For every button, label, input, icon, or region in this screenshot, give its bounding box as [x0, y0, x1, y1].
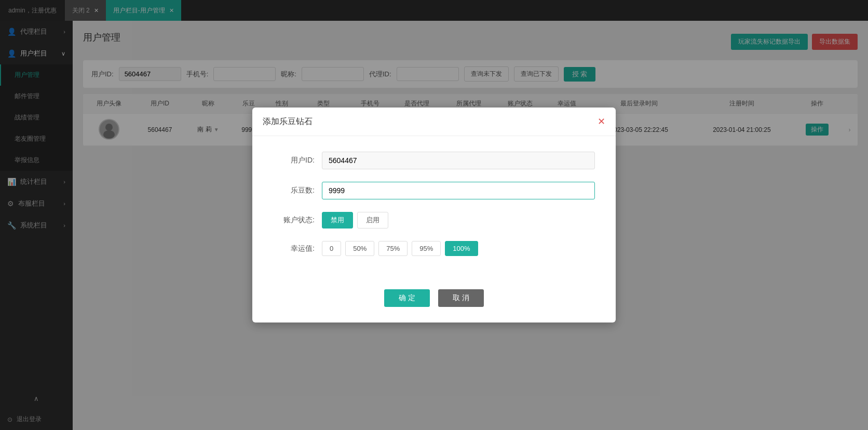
lucky-75-btn[interactable]: 75%: [378, 241, 408, 256]
form-row-lucky: 幸运值: 0 50% 75% 95% 100%: [273, 241, 595, 256]
lucky-50-btn[interactable]: 50%: [345, 241, 374, 256]
modal-userid-input[interactable]: [322, 152, 595, 169]
modal-overlay: 添加乐豆钻石 ✕ 用户ID: 乐豆数: 账户: [73, 21, 868, 430]
modal-ledou-input[interactable]: [322, 182, 595, 199]
modal-cancel-btn[interactable]: 取 消: [438, 289, 484, 307]
status-disable-btn[interactable]: 禁用: [322, 212, 353, 229]
modal-add-ledou: 添加乐豆钻石 ✕ 用户ID: 乐豆数: 账户: [252, 108, 616, 322]
lucky-0-btn[interactable]: 0: [322, 241, 341, 256]
modal-title: 添加乐豆钻石: [263, 116, 313, 127]
account-status-group: 禁用 启用: [322, 212, 388, 229]
form-row-account-status: 账户状态: 禁用 启用: [273, 212, 595, 229]
modal-footer: 确 定 取 消: [252, 284, 616, 322]
lucky-group: 0 50% 75% 95% 100%: [322, 241, 478, 256]
modal-userid-label: 用户ID:: [273, 156, 315, 165]
modal-body: 用户ID: 乐豆数: 账户状态: 禁用 启用: [252, 136, 616, 284]
lucky-95-btn[interactable]: 95%: [412, 241, 441, 256]
status-enable-btn[interactable]: 启用: [357, 212, 388, 229]
form-row-userid: 用户ID:: [273, 152, 595, 169]
modal-confirm-btn[interactable]: 确 定: [384, 289, 430, 307]
lucky-100-btn[interactable]: 100%: [445, 241, 478, 256]
modal-close-btn[interactable]: ✕: [598, 116, 605, 127]
modal-header: 添加乐豆钻石 ✕: [252, 108, 616, 136]
modal-lucky-label: 幸运值:: [273, 244, 315, 253]
modal-ledou-label: 乐豆数:: [273, 186, 315, 195]
form-row-ledou: 乐豆数:: [273, 182, 595, 199]
main-content: 用户管理 玩家流失标记数据导出 导出数据集 用户ID: 手机号: 昵称: 代理I…: [73, 21, 868, 430]
modal-status-label: 账户状态:: [273, 216, 315, 225]
